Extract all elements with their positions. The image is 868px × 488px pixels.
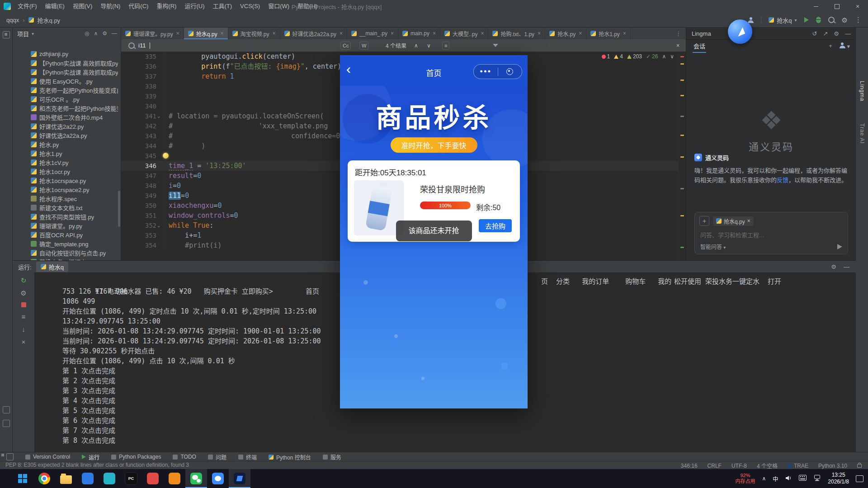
editor-tab[interactable]: 抢购.txt、1.py× [488, 28, 545, 39]
tool-windows-icon[interactable] [6, 453, 14, 460]
indent-style[interactable]: 4 个空格 [757, 462, 778, 469]
tab-close-icon[interactable]: × [273, 30, 276, 37]
tree-item[interactable]: 抢水1ocr.py [13, 167, 118, 176]
settings-gear-icon[interactable]: ⚙ [842, 17, 848, 23]
bookmarks-tool-icon[interactable] [3, 406, 10, 413]
taskbar-app-wxwork[interactable] [207, 469, 229, 488]
more-options-icon[interactable]: ⋮ [855, 16, 862, 24]
taskbar-app-start[interactable] [12, 469, 33, 488]
tree-scrollbar[interactable] [118, 191, 120, 227]
fold-icon[interactable]: ⌄ [157, 221, 160, 230]
tab-close-icon[interactable]: × [433, 30, 436, 37]
new-session-icon[interactable]: + [829, 42, 832, 50]
tab-close-icon[interactable]: × [579, 30, 582, 37]
chat-input-box[interactable]: + 抢水q.py × 问答、学习和检索工程... 智能问答 ▾ [694, 212, 848, 254]
hide-panel-icon[interactable]: — [844, 263, 849, 270]
settings-gear-icon[interactable]: ⚙ [102, 30, 107, 37]
chat-input-placeholder[interactable]: 问答、学习和检索工程... [700, 230, 764, 239]
taskbar-clock[interactable]: 13:25 2026/1/8 [828, 472, 849, 485]
menu-item[interactable]: 导航(N) [96, 0, 124, 13]
search-everywhere-icon[interactable] [828, 17, 835, 23]
editor-tab[interactable]: 抢水1.py× [586, 28, 631, 39]
stripe-mark[interactable] [680, 80, 684, 81]
tree-item[interactable]: 【Python实战课 高效抓取成py直播 [13, 58, 118, 67]
rerun-icon[interactable]: ↻ [21, 277, 27, 284]
tab-close-icon[interactable]: × [221, 30, 224, 37]
stripe-mark[interactable] [680, 95, 684, 96]
stripe-mark[interactable] [680, 215, 684, 216]
tab-close-icon[interactable]: × [340, 30, 343, 37]
menu-item[interactable]: 代码(C) [124, 0, 152, 13]
caret-position[interactable]: 346:16 [681, 463, 698, 469]
back-icon[interactable]: ‹ [346, 61, 351, 77]
breadcrumb-file[interactable]: 抢水q.py [38, 16, 61, 24]
taskbar-app-app-red[interactable] [142, 469, 164, 488]
collapse-all-icon[interactable]: ∧ [94, 30, 98, 37]
clear-console-icon[interactable]: × [22, 338, 26, 345]
fold-icon[interactable]: ⌄ [157, 111, 160, 121]
line-separator[interactable]: CRLF [708, 463, 722, 469]
hide-panel-icon[interactable]: — [112, 30, 117, 37]
run-config-select[interactable]: 抢水q ▾ [769, 16, 797, 24]
taskbar-app-explorer[interactable] [55, 469, 77, 488]
tree-item[interactable]: 抢水1ocrspace2.py [13, 185, 118, 194]
capsule-menu-button[interactable]: ●●● [474, 70, 498, 74]
python-interpreter[interactable]: Python 3.10 [818, 463, 847, 469]
history-icon[interactable]: ↺ [812, 30, 817, 37]
tab-trae-ai[interactable]: Trae AI [859, 123, 865, 144]
toolwindow-button-pkg[interactable]: Python Packages [111, 454, 161, 460]
menu-item[interactable]: 窗口(W) [264, 0, 293, 13]
feedback-link[interactable]: 反馈 [777, 177, 788, 183]
editor-tab[interactable]: 好课优选2a22a.py× [280, 28, 347, 39]
send-message-icon[interactable] [837, 244, 842, 249]
menu-item[interactable]: 编辑(E) [41, 0, 69, 13]
inspections-widget[interactable]: 1 4 203 ✓26 ∧ ∨ [602, 53, 674, 60]
project-panel-title[interactable]: 项目 [17, 29, 29, 38]
taskbar-app-pycharm[interactable]: PC [120, 469, 142, 488]
tab-close-icon[interactable]: × [538, 30, 541, 37]
match-case-toggle[interactable]: Cc [340, 39, 351, 52]
tree-item[interactable]: zdhjianji.py [13, 49, 118, 58]
restore-layout-icon[interactable]: ≡ [22, 313, 26, 320]
next-problem-icon[interactable]: ∨ [670, 53, 674, 60]
maximize-button[interactable] [826, 0, 847, 13]
search-field[interactable]: i11 [128, 39, 150, 52]
memory-widget[interactable]: 92% 内存占用 [735, 473, 755, 484]
taskbar-app-app-blue[interactable] [77, 469, 99, 488]
remove-chip-icon[interactable]: × [747, 218, 750, 224]
toolwindow-button-pycon[interactable]: Python 控制台 [269, 453, 311, 461]
toolwindow-button-vcs[interactable]: Version Control [25, 454, 70, 460]
stripe-mark[interactable] [680, 56, 684, 57]
stripe-mark[interactable] [680, 188, 684, 189]
taskbar-app-app-teal[interactable] [99, 469, 120, 488]
hidden-icons-chevron[interactable]: ∧ [762, 475, 766, 482]
editor-tab[interactable]: __main_.py× [347, 28, 398, 39]
previous-problem-icon[interactable]: ∧ [662, 53, 666, 60]
tab-lingma[interactable]: Lingma [859, 81, 865, 101]
lingma-floating-logo[interactable] [728, 19, 752, 44]
tree-item[interactable]: 珊瑚课堂。py.py [13, 221, 118, 230]
menu-item[interactable]: 重构(R) [152, 0, 180, 13]
toolwindow-button-problems[interactable]: 问题 [208, 453, 226, 461]
taskbar-app-trae[interactable] [229, 469, 250, 488]
previous-match-icon[interactable]: ∧ [414, 39, 418, 52]
stop-icon[interactable] [21, 302, 26, 307]
editor-tab[interactable]: 抢水q.py× [184, 28, 228, 39]
menu-item[interactable]: 运行(U) [180, 0, 208, 13]
modify-run-icon[interactable]: ⚙ [20, 290, 26, 296]
tree-item[interactable]: 克老师一起把Python技能变成自己 [13, 85, 118, 94]
editor-tab[interactable]: 珊瑚课堂。py.py× [121, 28, 184, 39]
network-icon[interactable] [813, 475, 821, 483]
close-search-icon[interactable]: × [676, 39, 679, 52]
taskbar-app-app-orange[interactable] [164, 469, 185, 488]
taskbar-app-chrome[interactable] [33, 469, 55, 488]
menu-item[interactable]: 视图(V) [69, 0, 96, 13]
tree-item[interactable]: 抢水程序.spec [13, 194, 118, 203]
project-button[interactable]: qqqx [6, 17, 19, 23]
settings-gear-icon[interactable]: ⚙ [834, 30, 839, 37]
close-button[interactable]: × [847, 0, 868, 13]
next-match-icon[interactable]: ∨ [427, 39, 431, 52]
lock-icon[interactable] [857, 464, 862, 468]
attached-file-chip[interactable]: 抢水q.py × [713, 216, 754, 226]
add-context-button[interactable]: + [699, 216, 709, 226]
